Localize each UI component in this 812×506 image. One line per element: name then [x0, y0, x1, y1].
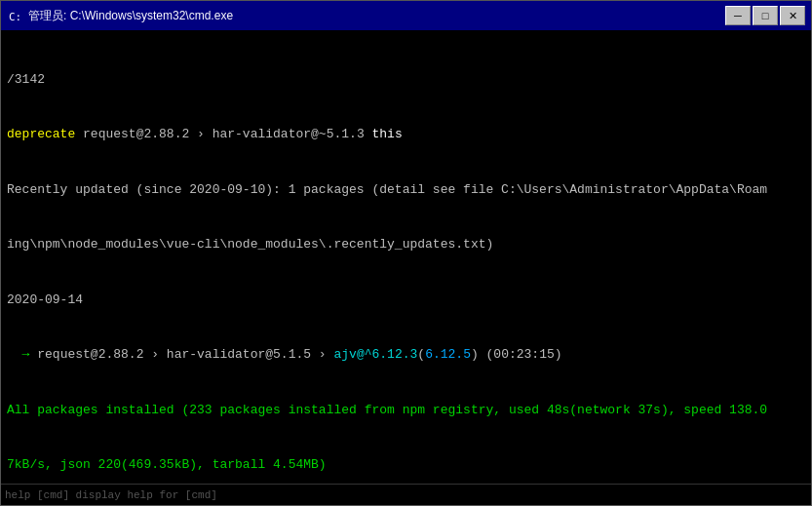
title-bar-controls: ─ □ ✕ [725, 6, 805, 25]
bottom-text: help [cmd] display help for [cmd] [5, 489, 217, 501]
bottom-bar: help [cmd] display help for [cmd] [1, 484, 811, 505]
line-5: 2020-09-14 [7, 292, 805, 310]
line-2: deprecate request@2.88.2 › har-validator… [7, 126, 805, 144]
cmd-icon: C: [7, 8, 22, 23]
line-7: All packages installed (233 packages ins… [7, 402, 805, 420]
line-4: ing\npm\node_modules\vue-cli\node_module… [7, 236, 805, 254]
close-button[interactable]: ✕ [780, 6, 805, 25]
line-8: 7kB/s, json 220(469.35kB), tarball 4.54M… [7, 456, 805, 475]
svg-text:C:: C: [9, 11, 21, 23]
minimize-button[interactable]: ─ [725, 6, 751, 25]
line-3: Recently updated (since 2020-09-10): 1 p… [7, 181, 805, 200]
console-output: /3142 deprecate request@2.88.2 › har-val… [1, 30, 811, 484]
line-6: → request@2.88.2 › har-validator@5.1.5 ›… [7, 346, 805, 365]
title-bar-title: 管理员: C:\Windows\system32\cmd.exe [28, 8, 725, 24]
line-1: /3142 [7, 71, 805, 90]
title-bar: C: 管理员: C:\Windows\system32\cmd.exe ─ □ … [1, 1, 811, 30]
cmd-window: C: 管理员: C:\Windows\system32\cmd.exe ─ □ … [0, 0, 812, 506]
maximize-button[interactable]: □ [753, 6, 778, 25]
